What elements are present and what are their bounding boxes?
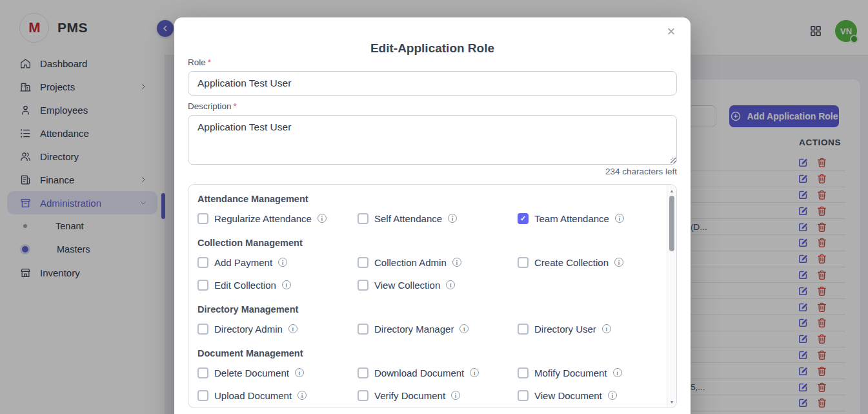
role-field-label: Role* <box>188 57 211 67</box>
permission-verify-document[interactable]: Verify Document i <box>358 387 518 404</box>
permission-label: Team Attendance <box>534 213 609 224</box>
info-icon[interactable]: i <box>318 214 327 223</box>
permission-upload-document[interactable]: Upload Document i <box>197 387 358 404</box>
info-icon[interactable]: i <box>452 258 461 267</box>
permission-label: Delete Document <box>214 367 289 378</box>
checkbox[interactable] <box>518 390 529 401</box>
modal-title: Edit-Application Role <box>174 41 691 56</box>
role-label-text: Role <box>188 57 206 67</box>
permission-label: Directory Manager <box>374 324 454 335</box>
description-textarea[interactable]: Application Test User <box>188 115 677 165</box>
permission-label: Upload Document <box>214 390 292 401</box>
scroll-up-arrow-icon[interactable]: ▲ <box>667 186 676 195</box>
section-heading: Attendance Management <box>197 193 663 205</box>
checkbox[interactable] <box>358 324 368 335</box>
permission-grid: Directory Admin i Directory Manager i Di… <box>197 320 663 337</box>
info-icon[interactable]: i <box>288 324 298 333</box>
permission-label: Regularize Attendance <box>214 213 312 224</box>
scrollbar-thumb[interactable] <box>669 196 674 251</box>
permissions-list: Attendance Management Regularize Attenda… <box>188 185 666 408</box>
info-icon[interactable]: i <box>470 368 479 377</box>
permission-label: Mofify Document <box>534 367 607 378</box>
permission-mofify-document[interactable]: Mofify Document i <box>518 364 663 381</box>
permission-label: Edit Collection <box>214 280 276 291</box>
checkbox[interactable] <box>197 213 208 224</box>
checkbox[interactable] <box>358 213 368 224</box>
permission-grid: Regularize Attendance i Self Attendance … <box>197 210 663 227</box>
characters-left-counter: 234 characters left <box>605 167 677 176</box>
permissions-panel: Attendance Management Regularize Attenda… <box>188 184 677 408</box>
permission-section-directory-management: Directory Management Directory Admin i D… <box>197 304 663 337</box>
info-icon[interactable]: i <box>446 280 455 289</box>
permission-edit-collection[interactable]: Edit Collection i <box>197 276 358 293</box>
permission-directory-admin[interactable]: Directory Admin i <box>197 320 358 337</box>
checkbox[interactable] <box>358 280 368 291</box>
permission-regularize-attendance[interactable]: Regularize Attendance i <box>197 210 358 227</box>
required-asterisk: * <box>234 101 237 111</box>
info-icon[interactable]: i <box>278 258 287 267</box>
permission-delete-document[interactable]: Delete Document i <box>197 364 358 381</box>
permission-label: Verify Document <box>374 390 445 401</box>
permission-view-collection[interactable]: View Collection i <box>358 276 518 293</box>
checkbox[interactable] <box>197 257 208 268</box>
description-field-label: Description* <box>188 101 237 111</box>
permission-self-attendance[interactable]: Self Attendance i <box>358 210 518 227</box>
permission-grid: Delete Document i Download Document i Mo… <box>197 364 663 404</box>
permission-section-document-management: Document Management Delete Document i Do… <box>197 347 663 404</box>
edit-application-role-modal: Edit-Application Role × Role* Descriptio… <box>174 17 691 414</box>
permission-directory-user[interactable]: Directory User i <box>518 320 663 337</box>
permission-label: Create Collection <box>534 257 609 268</box>
info-icon[interactable]: i <box>282 280 291 289</box>
permission-label: View Collection <box>374 280 440 291</box>
info-icon[interactable]: i <box>608 391 617 400</box>
permission-label: Download Document <box>374 367 464 378</box>
permission-label: View Document <box>534 390 602 401</box>
permission-section-attendance-management: Attendance Management Regularize Attenda… <box>197 193 663 227</box>
checkbox[interactable] <box>358 257 368 268</box>
section-heading: Collection Management <box>197 237 663 249</box>
checkbox[interactable] <box>358 367 368 378</box>
app-window: M PMS DashboardProjectsEmployeesAttendan… <box>0 0 868 414</box>
permission-add-payment[interactable]: Add Payment i <box>197 254 358 271</box>
required-asterisk: * <box>208 57 211 67</box>
permission-label: Directory User <box>534 324 596 335</box>
checkbox[interactable] <box>518 257 529 268</box>
checkbox[interactable] <box>518 367 529 378</box>
info-icon[interactable]: i <box>614 258 623 267</box>
permission-section-collection-management: Collection Management Add Payment i Coll… <box>197 237 663 293</box>
permission-directory-manager[interactable]: Directory Manager i <box>358 320 518 337</box>
permissions-scrollbar[interactable]: ▲ ▼ <box>667 185 676 407</box>
checkbox[interactable] <box>197 324 208 335</box>
checkbox[interactable] <box>197 367 208 378</box>
info-icon[interactable]: i <box>451 391 460 400</box>
permission-view-document[interactable]: View Document i <box>518 387 663 404</box>
section-heading: Document Management <box>197 347 663 359</box>
info-icon[interactable]: i <box>459 324 469 333</box>
checkbox[interactable] <box>518 213 529 224</box>
permission-create-collection[interactable]: Create Collection i <box>518 254 663 271</box>
checkbox[interactable] <box>197 390 208 401</box>
scroll-down-arrow-icon[interactable]: ▼ <box>667 397 676 406</box>
section-heading: Directory Management <box>197 304 663 315</box>
checkbox[interactable] <box>358 390 368 401</box>
permission-label: Collection Admin <box>374 257 447 268</box>
permission-collection-admin[interactable]: Collection Admin i <box>358 254 518 271</box>
info-icon[interactable]: i <box>448 214 457 223</box>
info-icon[interactable]: i <box>615 214 624 223</box>
info-icon[interactable]: i <box>602 324 611 333</box>
close-icon[interactable]: × <box>662 23 680 41</box>
description-label-text: Description <box>188 101 232 111</box>
role-input[interactable] <box>188 71 677 96</box>
info-icon[interactable]: i <box>613 368 622 377</box>
permission-label: Add Payment <box>214 257 272 268</box>
info-icon[interactable]: i <box>298 391 307 400</box>
info-icon[interactable]: i <box>295 368 304 377</box>
permission-grid: Add Payment i Collection Admin i Create … <box>197 254 663 293</box>
checkbox[interactable] <box>197 280 208 291</box>
permission-download-document[interactable]: Download Document i <box>358 364 518 381</box>
permission-team-attendance[interactable]: Team Attendance i <box>518 210 663 227</box>
permission-label: Directory Admin <box>214 324 283 335</box>
checkbox[interactable] <box>518 324 529 335</box>
permission-label: Self Attendance <box>374 213 442 224</box>
